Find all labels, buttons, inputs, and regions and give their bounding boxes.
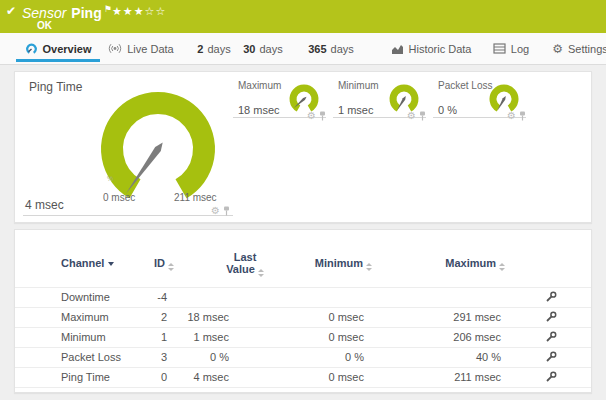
tab-365-days[interactable]: 365days [306,33,356,64]
tab-label: Live Data [127,43,173,55]
tab-overview[interactable]: Overview [16,33,100,64]
cell-channel: Minimum [61,327,106,347]
cell-maximum: 211 msec [454,367,501,387]
ping-time-current-value: 4 msec [25,198,64,212]
tab-number: 365 [308,43,326,55]
gauge-value: 18 msec [238,104,280,116]
cell-last-value: 0 % [210,347,229,367]
cell-id: 2 [161,307,167,327]
cell-id: 0 [161,367,167,387]
gauge-panel: Ping Time % 0 msec 211 msec 4 msec ⚙ Max… [14,71,592,223]
sort-icon[interactable] [366,263,372,271]
gauge-title: Maximum [238,80,281,91]
cell-maximum: 291 msec [453,307,501,327]
gauge-pin-icon[interactable] [419,107,426,125]
cell-id: 3 [161,347,167,367]
cell-maximum: 40 % [476,347,501,367]
cell-last-value: 1 msec [194,327,229,347]
tab-bar: OverviewLive Data2days30days365daysHisto… [0,33,606,65]
cell-id: 1 [161,327,167,347]
tab-2-days[interactable]: 2days [196,33,232,64]
channel-settings-wrench-icon[interactable] [545,367,557,387]
log-icon [493,43,506,54]
gauge-actions: ⚙ [507,107,526,125]
gauge-pin-icon[interactable] [519,107,526,125]
gauge-title: Packet Loss [438,80,492,91]
cell-minimum: 0 msec [329,367,364,387]
tab-number: 2 [197,43,203,55]
maximum-gauge-group: Maximum18 msec⚙ [233,72,333,222]
cell-channel: Downtime [61,287,110,307]
gauge-icon [25,43,38,55]
gauge-actions: ⚙ [307,107,326,125]
main-gauge-actions: ⚙ [211,202,230,220]
ok-checkmark-icon: ✔ [6,4,16,18]
live-data-icon [108,42,122,55]
sensor-status-text: OK [37,20,52,31]
tab-label: Settings [568,43,606,55]
gauge-settings-gear-icon[interactable]: ⚙ [407,111,416,121]
sensor-name: Ping [71,5,101,21]
tab-number: 30 [243,43,255,55]
sort-icon[interactable] [258,269,264,277]
favorite-flag-icon[interactable]: ⚑ [104,4,112,14]
column-header-channel[interactable]: Channel [61,257,114,269]
channel-settings-wrench-icon[interactable] [545,307,557,327]
column-header-last-value[interactable]: LastValue [195,251,295,277]
tab-label: days [331,43,354,55]
gauge-actions: ⚙ [407,107,426,125]
area-chart-icon [391,43,404,55]
cell-last-value: 4 msec [194,367,229,387]
gauge-min-label: 0 msec [103,192,135,203]
tab-30-days[interactable]: 30days [242,33,284,64]
column-header-id[interactable]: ID [154,257,174,271]
tab-label: days [207,43,230,55]
cell-channel: Packet Loss [61,347,121,367]
priority-stars[interactable]: ★★★☆☆ [112,5,166,18]
gauge-settings-gear-icon[interactable]: ⚙ [211,206,220,216]
column-header-minimum[interactable]: Minimum [315,257,372,271]
cell-maximum: 206 msec [453,327,501,347]
channel-settings-wrench-icon[interactable] [545,327,557,347]
gauge-pin-icon[interactable] [319,107,326,125]
sort-icon[interactable] [168,263,174,271]
channel-settings-wrench-icon[interactable] [545,287,557,307]
ping-time-gauge [95,87,223,209]
sort-icon[interactable] [499,263,505,271]
tab-historic-data[interactable]: Historic Data [396,33,466,64]
gauge-panel-title: Ping Time [29,80,82,94]
sensor-title: SensorPing⚑ [22,4,112,21]
gauge-value: 0 % [438,104,457,116]
cell-minimum: 0 % [345,347,364,367]
gauge-settings-gear-icon[interactable]: ⚙ [507,111,516,121]
channel-table-panel: ChannelIDLastValueMinimumMaximumDowntime… [14,229,592,393]
tab-log[interactable]: Log [492,33,530,64]
channel-settings-wrench-icon[interactable] [545,347,557,367]
tab-label: Overview [43,43,92,55]
gauge-title: Minimum [338,80,379,91]
percent-scale-toggle-icon[interactable]: % [107,175,113,182]
cell-channel: Ping Time [61,367,110,387]
prtg-sensor-page: ✔ SensorPing⚑ ★★★☆☆ OK OverviewLive Data… [0,0,606,400]
gauge-value: 1 msec [338,104,373,116]
tab-live-data[interactable]: Live Data [108,33,174,64]
settings-gear-icon: ⚙ [552,42,563,56]
cell-channel: Maximum [61,307,109,327]
gauge-pin-icon[interactable] [223,202,230,220]
cell-last-value: 18 msec [187,307,229,327]
value-underline [23,215,233,216]
cell-id: -4 [157,287,167,307]
column-header-maximum[interactable]: Maximum [445,257,505,271]
sort-caret-icon[interactable] [108,262,114,266]
cell-minimum: 0 msec [329,307,364,327]
sensor-status-bar: ✔ SensorPing⚑ ★★★☆☆ OK [0,0,606,33]
packet-loss-gauge-group: Packet Loss0 %⚙ [433,72,533,222]
tab-label: days [260,43,283,55]
cell-minimum: 0 msec [329,327,364,347]
tab-settings[interactable]: ⚙Settings [556,33,604,64]
minimum-gauge-group: Minimum1 msec⚙ [333,72,433,222]
tab-label: Historic Data [409,43,472,55]
tab-label: Log [511,43,529,55]
gauge-settings-gear-icon[interactable]: ⚙ [307,111,316,121]
sensor-type-label: Sensor [22,5,66,21]
